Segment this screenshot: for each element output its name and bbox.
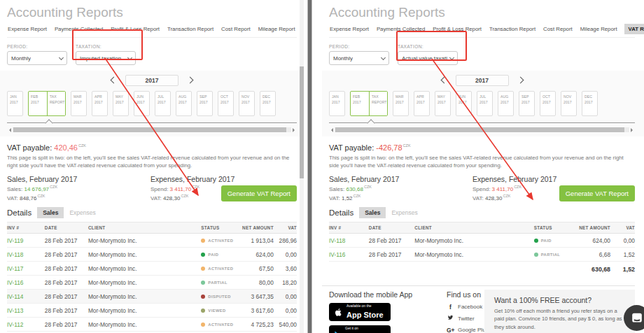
month-tile-aug[interactable]: AUG2017 (176, 91, 192, 116)
currency-code: CZK (514, 185, 522, 189)
cell-net-amount: 3 647,35 (241, 293, 274, 300)
totals-row: 630,68 1,52 (329, 262, 635, 277)
month-tile-jun[interactable]: JUN2017 (134, 91, 150, 116)
cell-invoice-number[interactable]: IV-112 (7, 321, 45, 328)
month-tile-sep[interactable]: SEP2017 (519, 91, 535, 116)
details-tab-sales[interactable]: Sales (359, 207, 386, 218)
month-tile-tax[interactable]: TAXREPORT (47, 92, 65, 115)
scrollbar-track[interactable] (13, 127, 291, 132)
generate-vat-report-button[interactable]: Generate VAT Report (559, 185, 635, 201)
month-tile-dec[interactable]: DEC2017 (260, 91, 276, 116)
month-tile-may[interactable]: MAY2017 (113, 91, 129, 116)
month-tile-dec[interactable]: DEC2017 (582, 91, 598, 116)
year-value[interactable]: 2017 (125, 75, 178, 86)
cell-invoice-number[interactable]: IV-119 (7, 237, 45, 244)
month-tile-jan[interactable]: JAN2017 (329, 91, 345, 116)
prev-year-icon[interactable] (440, 77, 447, 84)
invoice-row[interactable]: IV-11428 Feb 2017Mor-Morymoto Inc.DISPUT… (7, 290, 297, 304)
scroll-right-icon[interactable] (631, 128, 635, 132)
col-vat: VAT (274, 225, 297, 230)
month-tile-apr[interactable]: APR2017 (414, 91, 430, 116)
month-tile-mar[interactable]: MAR2017 (71, 91, 87, 116)
month-tile-nov[interactable]: NOV2017 (239, 91, 255, 116)
scrollbar-thumb[interactable] (335, 127, 624, 132)
tab-transaction-report[interactable]: Transaction Report (489, 24, 536, 34)
tab-mileage-report[interactable]: Mileage Report (258, 24, 296, 34)
horizontal-scrollbar[interactable] (7, 127, 297, 132)
spend-value: 3 411,70 (170, 186, 192, 192)
google-play-badge[interactable]: Get it onGoogle Play (329, 325, 391, 333)
cell-invoice-number[interactable]: IV-113 (7, 307, 45, 314)
month-tile-sep[interactable]: SEP2017 (197, 91, 213, 116)
next-year-icon[interactable] (187, 77, 194, 84)
social-link-google-plus[interactable]: G+ Google Plus (447, 327, 489, 333)
month-tile-aug[interactable]: AUG2017 (498, 91, 514, 116)
chevron-down-icon (381, 55, 386, 59)
tab-mileage-report[interactable]: Mileage Report (580, 24, 618, 34)
month-tile-jul[interactable]: JUL2017 (477, 91, 493, 116)
month-tile-mar[interactable]: MAR2017 (393, 91, 409, 116)
invoice-row[interactable]: IV-11228 Feb 2017Mor-Morymoto Inc.ACTIVA… (7, 318, 297, 332)
tab-vat-report[interactable]: VAT Report (624, 24, 644, 34)
scroll-left-icon[interactable] (329, 128, 333, 132)
scrollbar-thumb[interactable] (13, 127, 286, 132)
cell-invoice-number[interactable]: IV-116 (329, 251, 369, 258)
month-tile-jun[interactable]: JUN2017 (456, 91, 472, 116)
next-year-icon[interactable] (517, 77, 524, 84)
tab-transaction-report[interactable]: Transaction Report (167, 24, 214, 34)
tab-expense-report[interactable]: Expense Report (7, 24, 48, 34)
chat-launcher-button[interactable] (624, 305, 644, 331)
invoice-row[interactable]: IV-11328 Feb 2017Mor-Morymoto Inc.VIEWED… (7, 304, 297, 318)
cell-invoice-number[interactable]: IV-117 (7, 265, 45, 272)
vertical-scrollbar-thumb[interactable] (300, 66, 304, 178)
period-select[interactable]: Monthly (7, 51, 67, 65)
selected-month-pair[interactable]: FEB2017TAXREPORT (28, 91, 66, 116)
app-store-badge[interactable]: Available on theApp Store (329, 303, 391, 321)
cell-invoice-number[interactable]: IV-116 (7, 279, 45, 286)
month-tile-feb[interactable]: FEB2017 (29, 92, 47, 115)
month-tile-tax[interactable]: TAXREPORT (369, 92, 387, 115)
tab-cost-report[interactable]: Cost Report (542, 24, 573, 34)
invoice-row[interactable]: IV-11828 Feb 2017Mor-Morymoto Inc.PAID62… (329, 234, 635, 248)
details-tab-sales[interactable]: Sales (37, 207, 64, 218)
month-tile-jan[interactable]: JAN2017 (7, 91, 23, 116)
scroll-right-icon[interactable] (293, 128, 297, 132)
month-tile-apr[interactable]: APR2017 (92, 91, 108, 116)
month-tile-jul[interactable]: JUL2017 (155, 91, 171, 116)
details-tab-expenses[interactable]: Expenses (386, 207, 423, 218)
referral-promo: Want a 100% FREE account? Get 10% off ea… (484, 290, 635, 333)
currency-code: CZK (78, 143, 86, 148)
invoice-row[interactable]: IV-11928 Feb 2017Mor-Morymoto Inc.ACTIVA… (7, 234, 297, 248)
month-tile-line1: JUL (479, 94, 492, 99)
sales-vat-label: VAT: (7, 195, 18, 201)
month-tile-feb[interactable]: FEB2017 (351, 92, 369, 115)
cell-date: 28 Feb 2017 (45, 251, 88, 258)
month-tile-oct[interactable]: OCT2017 (540, 91, 556, 116)
scroll-left-icon[interactable] (7, 128, 11, 132)
period-select[interactable]: Monthly (329, 51, 389, 65)
generate-vat-report-button[interactable]: Generate VAT Report (221, 185, 297, 201)
invoice-row[interactable]: IV-11628 Feb 2017Mor-Morymoto Inc.PARTIA… (329, 248, 635, 262)
cell-invoice-number[interactable]: IV-118 (329, 237, 369, 244)
selected-month-pair[interactable]: FEB2017TAXREPORT (350, 91, 388, 116)
tab-expense-report[interactable]: Expense Report (329, 24, 370, 34)
tab-cost-report[interactable]: Cost Report (220, 24, 251, 34)
invoice-row[interactable]: IV-11828 Feb 2017Mor-Morymoto Inc.PAID62… (7, 248, 297, 262)
details-tab-expenses[interactable]: Expenses (64, 207, 101, 218)
cell-invoice-number[interactable]: IV-118 (7, 251, 45, 258)
invoice-row[interactable]: IV-11728 Feb 2017Mor-Morymoto Inc.ACTIVA… (7, 262, 297, 276)
month-tile-line1: OCT (542, 94, 555, 99)
invoice-row[interactable]: IV-11628 Feb 2017Mor-Morymoto Inc.PARTIA… (7, 276, 297, 290)
month-tile-may[interactable]: MAY2017 (435, 91, 451, 116)
horizontal-scrollbar[interactable] (329, 127, 635, 132)
expenses-vat-label: VAT: (472, 195, 484, 201)
month-tile-oct[interactable]: OCT2017 (218, 91, 234, 116)
social-link-facebook[interactable]: f Facebook (447, 304, 489, 311)
social-link-twitter[interactable]: Twitter (447, 315, 489, 322)
month-tile-nov[interactable]: NOV2017 (561, 91, 577, 116)
vertical-scrollbar[interactable] (300, 0, 304, 333)
year-value[interactable]: 2017 (456, 75, 509, 86)
scrollbar-track[interactable] (335, 127, 629, 132)
cell-invoice-number[interactable]: IV-114 (7, 293, 45, 300)
prev-year-icon[interactable] (111, 77, 118, 84)
